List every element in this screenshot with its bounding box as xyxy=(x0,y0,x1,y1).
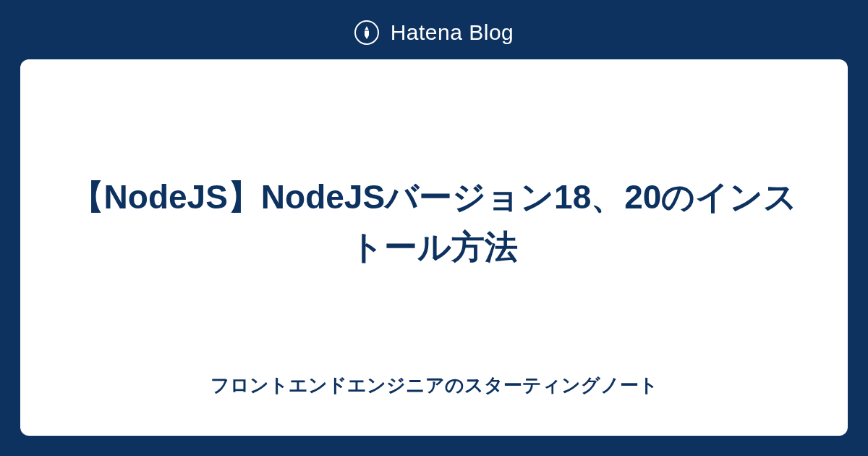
blog-name: フロントエンドエンジニアのスターティングノート xyxy=(210,373,658,398)
logo-text: Hatena Blog xyxy=(391,20,514,45)
article-card: 【NodeJS】NodeJSバージョン18、20のインストール方法 フロントエン… xyxy=(20,59,848,436)
article-title: 【NodeJS】NodeJSバージョン18、20のインストール方法 xyxy=(64,172,804,272)
header: Hatena Blog xyxy=(0,0,868,59)
hatena-pen-icon xyxy=(354,20,379,45)
